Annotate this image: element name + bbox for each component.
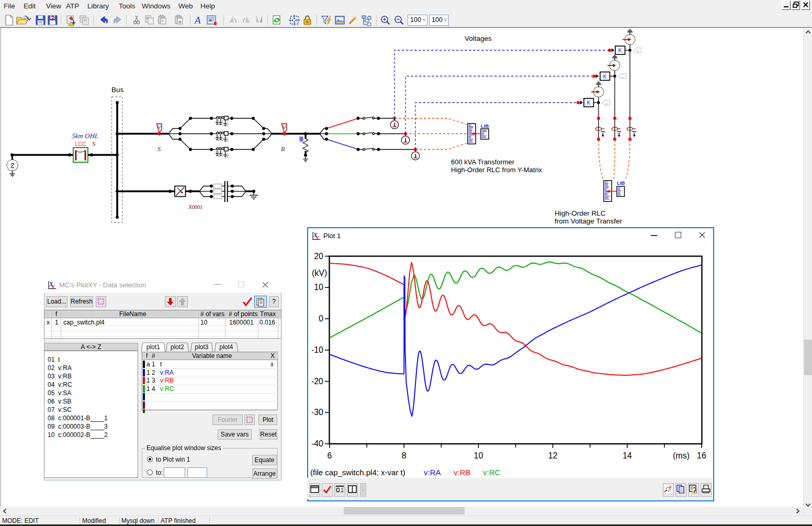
svg-text:(kV): (kV) [312, 268, 327, 277]
svg-text:-20: -20 [311, 377, 323, 386]
svg-text:y: y [51, 283, 55, 290]
svg-text:V: V [283, 125, 286, 130]
svg-text:Bus: Bus [111, 86, 124, 94]
svg-text:16: 16 [697, 451, 706, 460]
svg-text:12: 12 [548, 451, 558, 460]
svg-text:K: K [618, 47, 622, 53]
svg-text:(ms): (ms) [673, 451, 690, 460]
svg-text:LIB: LIB [617, 180, 625, 186]
svg-text:600 kVA Transformer: 600 kVA Transformer [451, 158, 515, 166]
svg-text:LCC: LCC [75, 141, 86, 147]
svg-text:14: 14 [623, 451, 632, 460]
svg-text:S: S [92, 140, 96, 148]
svg-text:S: S [157, 146, 161, 153]
svg-text:10: 10 [474, 451, 483, 460]
svg-text:0: 0 [319, 314, 323, 323]
svg-text:K: K [587, 99, 591, 106]
svg-text:(file cap_switch.pl4; x-var t): (file cap_switch.pl4; x-var t) [310, 468, 405, 477]
svg-text:v:RA: v:RA [424, 468, 441, 477]
svg-text:≤: ≤ [637, 48, 639, 53]
svg-text:High-Order RLC: High-Order RLC [555, 209, 606, 217]
svg-text:LIB: LIB [481, 123, 489, 129]
svg-text:1: 1 [341, 487, 344, 493]
svg-text:v:RB: v:RB [454, 468, 471, 477]
svg-text:≤: ≤ [605, 100, 608, 106]
svg-text:8: 8 [402, 451, 407, 460]
svg-text:X0001: X0001 [188, 204, 202, 210]
svg-text:6: 6 [328, 451, 332, 460]
svg-text:≤: ≤ [622, 74, 624, 79]
svg-text:High-Order RLC from Y-Matrix: High-Order RLC from Y-Matrix [451, 166, 543, 174]
svg-text:5km OHL: 5km OHL [71, 132, 99, 140]
svg-text:-10: -10 [311, 345, 323, 354]
svg-text:-30: -30 [311, 408, 323, 417]
svg-text:K: K [603, 73, 607, 80]
svg-text:from Voltage Transfer: from Voltage Transfer [555, 217, 623, 225]
svg-text:R: R [280, 146, 285, 153]
svg-text:v:RC: v:RC [483, 468, 501, 477]
svg-text:20: 20 [314, 252, 323, 261]
svg-text:-40: -40 [311, 439, 323, 448]
svg-text:V: V [157, 125, 161, 130]
svg-text:10: 10 [314, 283, 323, 292]
svg-text:Voltages: Voltages [465, 35, 492, 42]
